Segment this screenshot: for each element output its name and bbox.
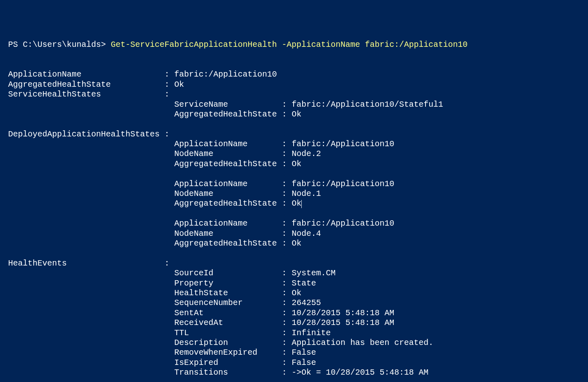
he-health-value: Ok xyxy=(292,288,301,298)
he-trans-label: Transitions xyxy=(174,368,228,377)
he-desc-label: Description xyxy=(174,338,228,347)
dep2-agg-value: Ok xyxy=(292,239,301,248)
dep2-app-label: ApplicationName xyxy=(174,219,248,228)
he-health-label: HealthState xyxy=(174,288,228,298)
dep2-node-label: NodeName xyxy=(174,229,213,238)
service-name-label: ServiceName xyxy=(174,100,228,109)
dep1-agg-value: Ok xyxy=(292,199,301,208)
dep1-app-value: fabric:/Application10 xyxy=(292,179,394,189)
dep1-agg-label: AggregatedHealthState xyxy=(174,199,277,208)
service-health-label: ServiceHealthStates xyxy=(8,90,101,99)
he-remove-label: RemoveWhenExpired xyxy=(174,348,257,357)
health-events-label: HealthEvents xyxy=(8,259,67,268)
dep0-app-label: ApplicationName xyxy=(174,139,248,149)
he-ttl-value: Infinite xyxy=(292,328,331,338)
dep0-node-label: NodeName xyxy=(174,149,213,158)
agg-health-label: AggregatedHealthState xyxy=(8,80,111,89)
he-recv-label: ReceivedAt xyxy=(174,318,223,327)
he-ttl-label: TTL xyxy=(174,328,189,338)
he-expired-label: IsExpired xyxy=(174,358,218,367)
service-agg-value: Ok xyxy=(292,110,301,119)
he-expired-value: False xyxy=(292,358,316,367)
he-seq-value: 264255 xyxy=(292,298,321,307)
he-desc-value: Application has been created. xyxy=(292,338,433,347)
he-prop-label: Property xyxy=(174,279,213,288)
he-sent-label: SentAt xyxy=(174,308,204,318)
dep1-node-label: NodeName xyxy=(174,189,213,198)
he-trans-value: ->Ok = 10/28/2015 5:48:18 AM xyxy=(292,368,428,377)
dep0-app-value: fabric:/Application10 xyxy=(292,139,394,149)
text-cursor xyxy=(301,200,302,208)
he-remove-value: False xyxy=(292,348,316,357)
dep2-node-value: Node.4 xyxy=(292,229,321,238)
prompt-prefix: PS C:\Users\kunalds> xyxy=(8,40,111,49)
he-source-label: SourceId xyxy=(174,268,213,278)
dep1-app-label: ApplicationName xyxy=(174,179,248,189)
terminal-content[interactable]: PS C:\Users\kunalds> Get-ServiceFabricAp… xyxy=(8,40,580,378)
he-source-value: System.CM xyxy=(292,268,336,278)
he-prop-value: State xyxy=(292,279,316,288)
service-agg-label: AggregatedHealthState xyxy=(174,110,277,119)
agg-health-value: Ok xyxy=(174,80,184,89)
dep2-agg-label: AggregatedHealthState xyxy=(174,239,277,248)
app-name-label: ApplicationName xyxy=(8,70,81,79)
dep2-app-value: fabric:/Application10 xyxy=(292,219,394,228)
dep0-agg-value: Ok xyxy=(292,159,301,169)
he-recv-value: 10/28/2015 5:48:18 AM xyxy=(292,318,394,327)
service-name-value: fabric:/Application10/Stateful1 xyxy=(292,100,443,109)
dep0-node-value: Node.2 xyxy=(292,149,321,158)
deployed-health-label: DeployedApplicationHealthStates xyxy=(8,130,160,139)
command-text: Get-ServiceFabricApplicationHealth -Appl… xyxy=(111,40,467,49)
he-seq-label: SequenceNumber xyxy=(174,298,243,307)
dep1-node-value: Node.1 xyxy=(292,189,321,198)
dep0-agg-label: AggregatedHealthState xyxy=(174,159,277,169)
he-sent-value: 10/28/2015 5:48:18 AM xyxy=(292,308,394,318)
app-name-value: fabric:/Application10 xyxy=(174,70,277,79)
